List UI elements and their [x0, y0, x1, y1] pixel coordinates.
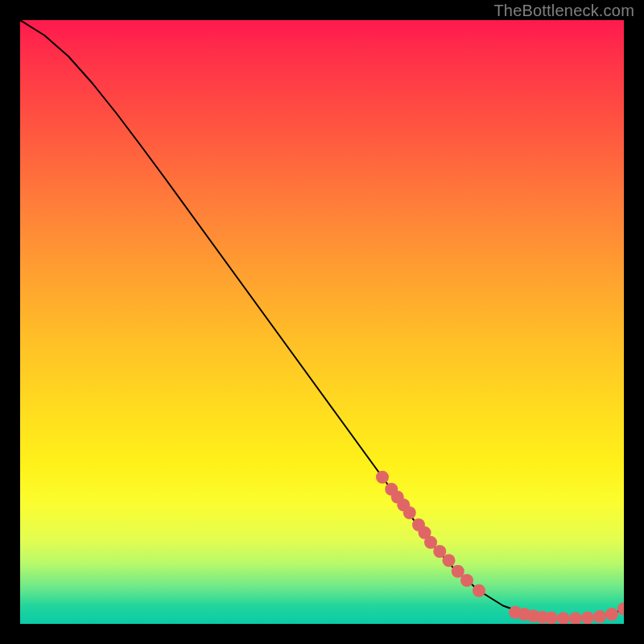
data-marker — [569, 612, 582, 624]
data-marker — [545, 612, 558, 625]
data-marker — [605, 608, 618, 621]
bottleneck-curve — [20, 20, 624, 618]
plot-area — [20, 20, 624, 624]
chart-frame: TheBottleneck.com — [0, 0, 644, 644]
data-marker — [443, 554, 456, 567]
data-marker — [617, 602, 624, 615]
data-marker — [460, 574, 473, 587]
data-markers — [376, 471, 624, 624]
data-marker — [593, 610, 606, 623]
data-marker — [557, 612, 570, 624]
data-marker — [403, 506, 416, 519]
data-marker — [581, 612, 594, 625]
chart-overlay — [20, 20, 624, 624]
data-marker — [376, 471, 389, 484]
data-marker — [473, 584, 485, 597]
watermark-text: TheBottleneck.com — [493, 2, 634, 20]
